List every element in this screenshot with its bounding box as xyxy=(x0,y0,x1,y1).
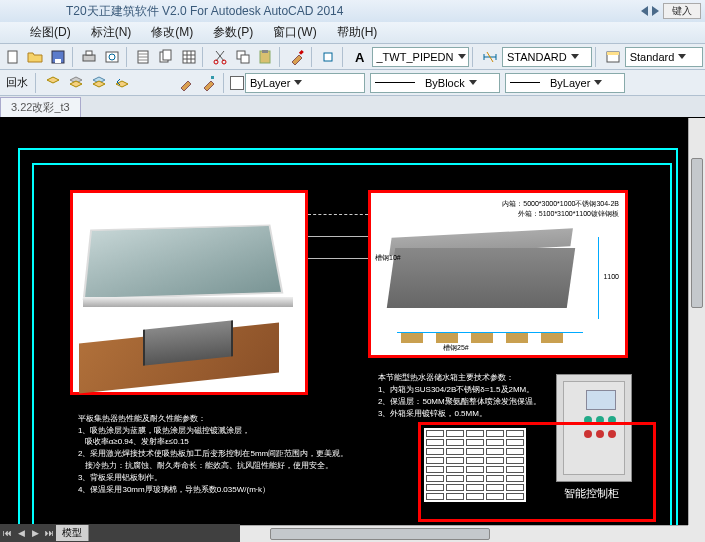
copy-icon[interactable] xyxy=(232,46,254,68)
toolbar-1: A _TWT_PIPEDN STANDARD Standard xyxy=(0,44,705,70)
menu-params[interactable]: 参数(P) xyxy=(203,24,263,41)
connector-line xyxy=(308,236,368,237)
textstyle-dropdown[interactable]: _TWT_PIPEDN xyxy=(372,47,470,67)
svg-rect-10 xyxy=(183,51,195,63)
menu-help[interactable]: 帮助(H) xyxy=(327,24,388,41)
tab-first-icon[interactable]: ⏮ xyxy=(0,526,14,540)
connector-line xyxy=(308,258,368,259)
dimstyle-value: STANDARD xyxy=(507,51,567,63)
lineweight-dropdown[interactable]: ByBlock xyxy=(370,73,500,93)
title-bar: T20天正建筑软件 V2.0 For Autodesk AutoCAD 2014… xyxy=(0,0,705,22)
svg-rect-16 xyxy=(262,50,268,53)
nav-next-icon[interactable] xyxy=(652,6,659,16)
plotstyle-dropdown[interactable]: ByLayer xyxy=(505,73,625,93)
linetype-dropdown[interactable]: ByLayer xyxy=(245,73,365,93)
preview-icon[interactable] xyxy=(101,46,123,68)
caret-icon xyxy=(458,54,466,59)
layout-tab-strip: ⏮ ◀ ▶ ⏭ 模型 xyxy=(0,524,240,542)
sheet-icon[interactable] xyxy=(133,46,155,68)
tablestyle-icon[interactable] xyxy=(602,46,624,68)
connector-line xyxy=(308,214,368,215)
tab-prev-icon[interactable]: ◀ xyxy=(14,526,28,540)
block-icon[interactable] xyxy=(317,46,339,68)
vertical-scrollbar[interactable] xyxy=(688,118,705,525)
brush2-icon[interactable] xyxy=(198,72,220,94)
sheetset-icon[interactable] xyxy=(155,46,177,68)
panel-spec-5: 4、保温采用30mm厚玻璃棉，导热系数0.035W/(m·k） xyxy=(78,484,270,495)
svg-rect-14 xyxy=(241,55,249,63)
tank-outer-annot: 外箱：5100*3100*1100镀锌钢板 xyxy=(518,209,619,219)
svg-rect-0 xyxy=(8,51,17,63)
save-icon[interactable] xyxy=(47,46,69,68)
table-icon[interactable] xyxy=(178,46,200,68)
layerprev-icon[interactable] xyxy=(111,72,133,94)
textstyle-value: _TWT_PIPEDN xyxy=(377,51,454,63)
toolbar-2: 回水 ByLayer ByBlock ByLayer xyxy=(0,70,705,96)
svg-rect-21 xyxy=(607,52,619,55)
spec-table xyxy=(424,428,526,502)
svg-rect-2 xyxy=(55,59,61,63)
search-hint-box[interactable]: 键入 xyxy=(663,3,701,19)
tank-angle-annot: 槽钢25# xyxy=(443,343,469,353)
horizontal-scrollbar[interactable] xyxy=(240,525,688,542)
caret-icon xyxy=(678,54,686,59)
panel-spec-3: 接冷热力：抗腐蚀、耐久寿命长：能效高、抗风阻性能好，使用安全。 xyxy=(78,460,333,471)
tank-h-annot: 1100 xyxy=(603,273,619,280)
linetype-value: ByLayer xyxy=(250,77,290,89)
matchprop-icon[interactable] xyxy=(286,46,308,68)
svg-rect-22 xyxy=(211,76,214,79)
layermatch-icon[interactable] xyxy=(88,72,110,94)
svg-text:A: A xyxy=(355,50,365,65)
paste-icon[interactable] xyxy=(254,46,276,68)
menu-draw[interactable]: 绘图(D) xyxy=(20,24,81,41)
solar-panel-figure xyxy=(70,190,308,395)
tank-spec-3: 3、外箱采用镀锌板，0.5MM。 xyxy=(378,408,487,419)
layeriso-icon[interactable] xyxy=(42,72,64,94)
svg-rect-18 xyxy=(324,53,332,61)
menu-window[interactable]: 窗口(W) xyxy=(263,24,326,41)
svg-rect-3 xyxy=(83,55,95,61)
caret-icon xyxy=(571,54,579,59)
brush-icon[interactable] xyxy=(175,72,197,94)
dimstyle-dropdown[interactable]: STANDARD xyxy=(502,47,592,67)
panel-spec-1: 1、吸热涂层为蓝膜，吸热涂层为磁控镀溅涂层， 吸收率α≥0.94、发射率ε≤0.… xyxy=(78,425,250,447)
new-icon[interactable] xyxy=(2,46,24,68)
text-icon[interactable]: A xyxy=(349,46,371,68)
file-tab[interactable]: 3.22改彩_t3 xyxy=(0,97,81,117)
panel-spec-2: 2、采用激光焊接技术使吸热板加工后变形控制在5mm间距范围内，更美观。 xyxy=(78,448,348,459)
open-icon[interactable] xyxy=(25,46,47,68)
menu-modify[interactable]: 修改(M) xyxy=(141,24,203,41)
cut-icon[interactable] xyxy=(209,46,231,68)
tank-spec-1: 1、内箱为SUS304/2B不锈钢δ=1.5及2MM。 xyxy=(378,384,534,395)
panel-spec-head: 平板集热器热性能及耐久性能参数： xyxy=(78,413,206,424)
dim-icon[interactable] xyxy=(479,46,501,68)
tab-next-icon[interactable]: ▶ xyxy=(28,526,42,540)
water-tank-figure: 内箱：5000*3000*1000不锈钢304-2B 外箱：5100*3100*… xyxy=(368,190,628,358)
plotstyle-value: ByLayer xyxy=(550,77,590,89)
layeroff-icon[interactable] xyxy=(65,72,87,94)
menu-bar: 绘图(D) 标注(N) 修改(M) 参数(P) 窗口(W) 帮助(H) xyxy=(0,22,705,44)
drawing-canvas[interactable]: 内箱：5000*3000*1000不锈钢304-2B 外箱：5100*3100*… xyxy=(0,118,705,542)
plot-icon[interactable] xyxy=(79,46,101,68)
ps-preview-icon xyxy=(510,82,540,83)
lineweight-value: ByBlock xyxy=(425,77,465,89)
app-title: T20天正建筑软件 V2.0 For Autodesk AutoCAD 2014 xyxy=(66,3,343,20)
caret-icon xyxy=(469,80,477,85)
menu-annotate[interactable]: 标注(N) xyxy=(81,24,142,41)
tank-channel-annot: 槽钢10# xyxy=(375,253,401,263)
color-swatch[interactable] xyxy=(230,76,244,90)
svg-rect-9 xyxy=(163,50,171,60)
tank-spec-2: 2、保温层：50MM聚氨酯整体喷涂发泡保温。 xyxy=(378,396,541,407)
left-pipe-label: 回水 xyxy=(2,75,32,90)
layout-tab-model[interactable]: 模型 xyxy=(56,525,89,541)
tank-spec-head: 本节能型热水器储水箱主要技术参数： xyxy=(378,372,514,383)
tablestyle-dropdown[interactable]: Standard xyxy=(625,47,703,67)
file-tab-row: 3.22改彩_t3 xyxy=(0,96,705,118)
nav-prev-icon[interactable] xyxy=(641,6,648,16)
lw-preview-icon xyxy=(375,82,415,83)
svg-rect-4 xyxy=(86,51,92,55)
tank-inner-annot: 内箱：5000*3000*1000不锈钢304-2B xyxy=(502,199,619,209)
tab-last-icon[interactable]: ⏭ xyxy=(42,526,56,540)
svg-rect-17 xyxy=(299,49,304,54)
panel-spec-4: 3、背板采用铝板制作。 xyxy=(78,472,162,483)
